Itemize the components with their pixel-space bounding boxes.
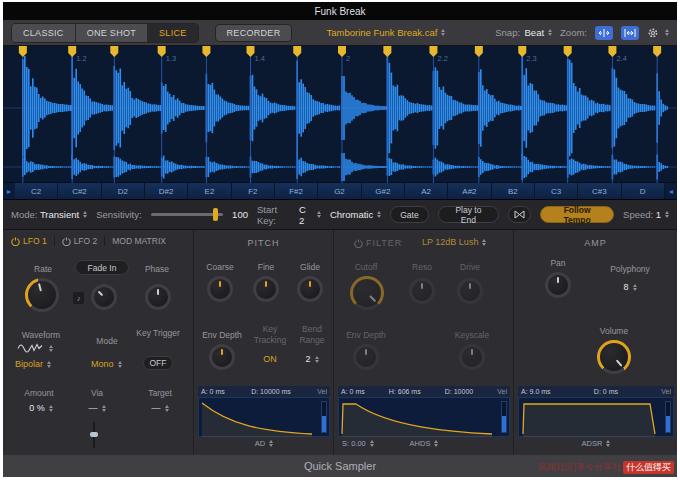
svg-text:1.4: 1.4 — [255, 54, 265, 63]
tab-classic[interactable]: CLASSIC — [12, 24, 76, 42]
zoom-horizontal-button[interactable] — [621, 26, 639, 40]
slice-key-D2[interactable]: D2 — [102, 183, 145, 199]
slice-key-F2[interactable]: F2 — [232, 183, 275, 199]
filter-env-mode-dropdown[interactable]: AHDS — [410, 439, 439, 448]
amp-title: AMP — [514, 238, 677, 248]
via-amount-fader[interactable] — [89, 422, 99, 448]
lfo-tab-bar: LFO 1 LFO 2 MOD MATRIX — [11, 236, 166, 246]
key-tracking-label: Key Tracking — [248, 324, 292, 345]
speed-dropdown[interactable]: Speed: 1 — [623, 209, 669, 220]
key-trigger-button[interactable]: OFF — [143, 356, 173, 370]
waveform-display[interactable]: 1.21.31.422.22.32.4 — [3, 46, 677, 183]
key-strip-right-arrow[interactable]: ◂ — [665, 183, 677, 199]
filter-env-hold[interactable]: H: 606 ms — [389, 388, 421, 395]
coarse-knob[interactable] — [207, 276, 233, 302]
slice-key-A#2[interactable]: A#2 — [448, 183, 491, 199]
cutoff-label: Cutoff — [342, 262, 390, 273]
chevron-updown-icon — [315, 356, 319, 363]
pitch-env-vel-slider[interactable] — [321, 401, 327, 433]
filter-env-vel-slider[interactable] — [501, 401, 507, 433]
slice-mode-dropdown[interactable]: Mode: Transient — [11, 209, 87, 220]
target-label: Target — [137, 388, 183, 399]
reso-knob[interactable] — [409, 278, 435, 304]
cutoff-knob[interactable] — [350, 276, 384, 310]
polyphony-value[interactable]: 8 — [598, 282, 662, 292]
bend-range-value[interactable]: 2 — [292, 354, 332, 364]
fine-knob[interactable] — [253, 276, 279, 302]
slice-key-F#2[interactable]: F#2 — [275, 183, 318, 199]
filter-power-toggle[interactable]: FILTER — [354, 238, 402, 248]
pitch-env-attack[interactable]: A: 0 ms — [201, 388, 225, 395]
tab-mod-matrix[interactable]: MOD MATRIX — [112, 236, 166, 246]
pitch-section: PITCH Coarse Fine Glide Env Depth Key Tr… — [193, 230, 333, 455]
fade-in-button[interactable]: Fade In — [75, 260, 129, 275]
tab-one-shot[interactable]: ONE SHOT — [76, 24, 148, 42]
start-key-dropdown[interactable]: Start Key: C 2 — [257, 204, 321, 226]
rate-knob[interactable] — [25, 278, 59, 312]
slice-key-C2[interactable]: C2 — [15, 183, 58, 199]
action-menu-button[interactable] — [647, 27, 669, 39]
key-tracking-value[interactable]: ON — [248, 354, 292, 364]
zoom-vertical-button[interactable] — [595, 26, 613, 40]
filter-section: FILTER LP 12dB Lush Cutoff Reso Drive En… — [333, 230, 513, 455]
pitch-env-depth-knob[interactable] — [209, 344, 235, 370]
tab-lfo2[interactable]: LFO 2 — [62, 236, 98, 246]
slice-key-E2[interactable]: E2 — [188, 183, 231, 199]
pitch-env-decay[interactable]: D: 10000 ms — [251, 388, 291, 395]
play-to-end-button[interactable]: Play to End — [438, 206, 499, 223]
key-strip-left-arrow[interactable]: ▸ — [3, 183, 15, 199]
bend-range-label: Bend Range — [292, 324, 332, 345]
tab-lfo1[interactable]: LFO 1 — [11, 236, 47, 246]
filter-envelope-graph[interactable] — [338, 397, 510, 437]
amp-env-decay[interactable]: D: 0 ms — [594, 388, 618, 395]
crossfade-button[interactable] — [508, 206, 531, 223]
scale-dropdown[interactable]: Chromatic — [330, 209, 381, 220]
amp-envelope-graph[interactable] — [518, 397, 674, 437]
tab-slice[interactable]: SLICE — [148, 24, 198, 42]
slice-key-G2[interactable]: G2 — [318, 183, 361, 199]
phase-knob[interactable] — [145, 284, 171, 310]
sensitivity-slider[interactable] — [151, 213, 224, 216]
filter-env-sustain[interactable]: S: 0.00 — [342, 439, 374, 448]
slice-key-D#2[interactable]: D#2 — [145, 183, 188, 199]
amp-env-mode-dropdown[interactable]: ADSR — [582, 439, 611, 448]
filter-type-dropdown[interactable]: LP 12dB Lush — [422, 237, 486, 247]
glide-knob[interactable] — [297, 276, 323, 302]
volume-knob[interactable] — [597, 340, 631, 374]
lfo-polarity-dropdown[interactable]: Bipolar — [15, 359, 51, 369]
amp-env-attack[interactable]: A: 9.0 ms — [521, 388, 551, 395]
follow-tempo-button[interactable]: Follow Tempo — [540, 206, 614, 223]
gate-button[interactable]: Gate — [390, 206, 428, 223]
slice-key-C3[interactable]: C3 — [535, 183, 578, 199]
pitch-envelope-graph[interactable] — [198, 397, 330, 437]
slice-key-D[interactable]: D — [622, 183, 665, 199]
slice-key-G#2[interactable]: G#2 — [362, 183, 405, 199]
via-value[interactable]: — — [79, 403, 115, 413]
target-value[interactable]: — — [137, 403, 183, 413]
chevron-updown-icon — [49, 405, 53, 412]
fade-in-knob[interactable] — [91, 284, 117, 310]
amp-envelope-values: A: 9.0 ms D: 0 ms Vel — [518, 386, 674, 397]
keyscale-knob[interactable] — [459, 344, 485, 370]
pitch-title: PITCH — [194, 238, 333, 248]
slice-key-C#3[interactable]: C#3 — [578, 183, 621, 199]
plugin-titlebar: Funk Break — [3, 2, 677, 20]
filter-env-depth-knob[interactable] — [353, 344, 379, 370]
pan-knob[interactable] — [545, 272, 571, 298]
filter-env-attack[interactable]: A: 0 ms — [341, 388, 365, 395]
lfo-mode-dropdown[interactable]: Mono — [91, 359, 122, 369]
slice-key-B2[interactable]: B2 — [492, 183, 535, 199]
pitch-env-mode-dropdown[interactable]: AD — [255, 439, 273, 448]
lfo-waveform-selector[interactable] — [17, 343, 53, 354]
sensitivity-slider-handle[interactable] — [213, 208, 218, 221]
slice-key-A2[interactable]: A2 — [405, 183, 448, 199]
filter-env-decay[interactable]: D: 10000 — [445, 388, 473, 395]
slice-key-C#2[interactable]: C#2 — [58, 183, 101, 199]
chevron-updown-icon — [441, 29, 445, 36]
sample-file-dropdown[interactable]: Tamborine Funk Break.caf — [326, 27, 445, 38]
snap-dropdown[interactable]: Snap: Beat — [495, 24, 552, 42]
tab-recorder[interactable]: RECORDER — [215, 24, 293, 42]
drive-knob[interactable] — [457, 278, 483, 304]
amount-value[interactable]: 0 % — [17, 403, 65, 413]
amp-env-vel-slider[interactable] — [665, 401, 671, 433]
